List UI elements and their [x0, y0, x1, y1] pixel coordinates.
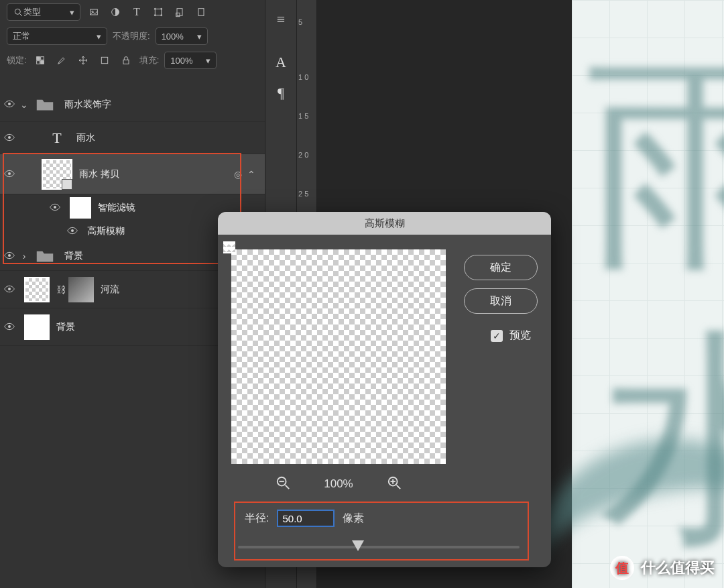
visibility-toggle[interactable]	[0, 169, 19, 180]
visibility-toggle[interactable]	[0, 251, 19, 261]
visibility-toggle[interactable]	[0, 322, 19, 333]
ok-button[interactable]: 确定	[464, 255, 538, 280]
lock-label: 锁定:	[7, 54, 27, 66]
blend-mode-dropdown[interactable]: 正常 ▾	[7, 27, 107, 45]
lock-fill-row: 锁定: 填充: 100% ▾	[0, 48, 265, 72]
ruler-tick: 1 5	[298, 113, 308, 121]
watermark: 值 什么值得买	[610, 556, 715, 580]
link-icon[interactable]: ⛓	[56, 284, 66, 295]
radius-row: 半径: 像素	[245, 510, 446, 527]
group-twisty-icon[interactable]: ›	[19, 251, 29, 261]
svg-point-23	[8, 172, 11, 175]
visibility-toggle[interactable]	[0, 133, 19, 143]
filter-pixel-icon[interactable]	[86, 5, 102, 19]
character-panel-icon[interactable]: A	[276, 54, 286, 71]
dialog-preview[interactable]	[231, 249, 446, 464]
folder-icon	[32, 92, 58, 117]
smart-filter-icon[interactable]: ◎	[231, 169, 245, 180]
blend-mode-value: 正常	[13, 30, 30, 42]
svg-point-24	[54, 206, 56, 209]
filter-type-dropdown[interactable]: 类型 ▾	[7, 3, 80, 21]
collapse-icon[interactable]: ⌃	[245, 169, 258, 180]
filter-type-icon[interactable]: T	[129, 5, 145, 19]
svg-line-30	[286, 485, 290, 489]
gaussian-blur-dialog: 高斯模糊 确定 取消 ✓ 预览 100% 半径: 像素	[218, 212, 551, 567]
layer-filter-row: 类型 ▾ T	[0, 0, 265, 24]
text-layer-icon: T	[44, 125, 70, 151]
zoom-out-button[interactable]	[276, 475, 290, 493]
svg-point-21	[8, 103, 11, 105]
watermark-text: 什么值得买	[641, 558, 715, 578]
fill-label: 填充:	[139, 54, 160, 66]
layer-text-rain[interactable]: T 雨水	[0, 122, 265, 154]
ruler-tick: 2 0	[298, 152, 308, 160]
lock-artboard-icon[interactable]	[97, 53, 113, 68]
radius-slider[interactable]	[238, 539, 520, 555]
preview-label: 预览	[509, 329, 531, 343]
fill-value: 100%	[170, 56, 192, 66]
ruler-tick: 2 5	[298, 190, 308, 198]
fill-input[interactable]: 100% ▾	[164, 52, 217, 69]
opacity-input[interactable]: 100% ▾	[156, 27, 208, 45]
layer-group-rain-deco[interactable]: ⌄ 雨水装饰字	[0, 87, 265, 122]
svg-rect-12	[198, 9, 204, 16]
folder-icon	[32, 243, 58, 269]
filter-toggle-icon[interactable]	[193, 5, 209, 19]
svg-rect-16	[36, 61, 40, 64]
svg-rect-15	[40, 57, 44, 60]
lock-move-icon[interactable]	[75, 53, 91, 68]
opacity-value: 100%	[162, 32, 184, 42]
zoom-in-button[interactable]	[387, 475, 402, 493]
svg-point-25	[71, 229, 74, 232]
visibility-toggle[interactable]	[64, 226, 80, 237]
lock-all-icon[interactable]	[118, 53, 134, 68]
doc-char-yu: 雨	[585, 13, 724, 321]
paragraph-panel-icon[interactable]: ≡	[277, 11, 285, 28]
layer-thumb	[24, 314, 50, 340]
opacity-label: 不透明度:	[113, 30, 150, 42]
preview-corner	[223, 241, 235, 253]
filter-adjust-icon[interactable]	[107, 5, 123, 19]
layer-smart-rain-copy[interactable]: 雨水 拷贝 ◎ ⌃	[0, 154, 265, 194]
svg-rect-14	[40, 61, 44, 64]
filter-smart-icon[interactable]	[172, 5, 188, 19]
filter-shape-icon[interactable]	[150, 5, 166, 19]
visibility-toggle[interactable]	[0, 99, 19, 110]
svg-point-26	[8, 254, 11, 257]
svg-rect-19	[101, 57, 107, 63]
svg-point-6	[154, 8, 156, 9]
svg-rect-20	[123, 60, 129, 64]
ruler-tick: 5	[298, 19, 302, 27]
filter-type-label: 类型	[23, 6, 41, 18]
preview-checkbox-row[interactable]: ✓ 预览	[491, 329, 531, 343]
visibility-toggle[interactable]	[0, 284, 19, 295]
document: 雨 水	[572, 0, 724, 588]
smart-filter-label: 智能滤镜	[98, 202, 135, 214]
paragraph-icon[interactable]: ¶	[278, 84, 284, 102]
lock-paint-icon[interactable]	[54, 53, 70, 68]
cancel-button[interactable]: 取消	[464, 288, 538, 314]
layer-name: 雨水	[76, 132, 258, 144]
svg-point-8	[154, 15, 156, 16]
group-twisty-icon[interactable]: ⌄	[19, 99, 29, 110]
filter-name: 高斯模糊	[87, 225, 125, 237]
smart-object-thumb	[42, 159, 72, 190]
radius-input[interactable]	[277, 510, 335, 527]
ruler-tick: 1 0	[298, 74, 308, 82]
svg-rect-5	[155, 9, 161, 15]
watermark-badge: 值	[610, 556, 634, 580]
svg-point-7	[161, 8, 162, 9]
radius-label: 半径:	[245, 512, 269, 526]
svg-point-9	[161, 15, 162, 16]
blend-opacity-row: 正常 ▾ 不透明度: 100% ▾	[0, 24, 265, 48]
zoom-row: 100%	[231, 471, 446, 497]
filter-mask-thumb[interactable]	[70, 197, 91, 219]
lock-trans-icon[interactable]	[32, 53, 48, 68]
layer-thumb	[24, 277, 50, 302]
svg-rect-11	[176, 13, 180, 16]
mask-thumb[interactable]	[68, 277, 94, 302]
visibility-toggle[interactable]	[47, 202, 63, 213]
svg-point-0	[15, 9, 20, 14]
checkbox-icon[interactable]: ✓	[491, 330, 503, 342]
svg-point-27	[8, 288, 11, 290]
